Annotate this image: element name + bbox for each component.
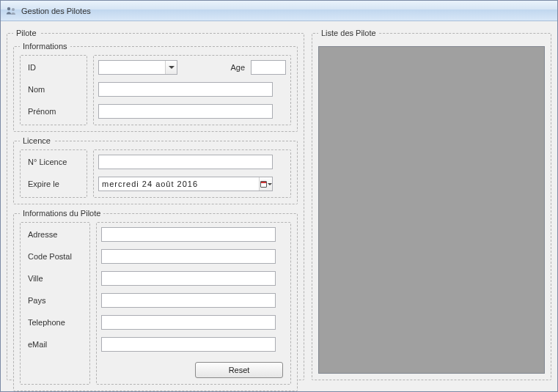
num-licence-input[interactable] bbox=[98, 155, 273, 169]
expire-date-value: mercredi 24 août 2016 bbox=[102, 180, 198, 188]
age-label: Age bbox=[230, 63, 245, 72]
nom-input[interactable] bbox=[98, 82, 273, 97]
ville-input[interactable] bbox=[101, 271, 276, 286]
licence-fields-col: mercredi 24 août 2016 bbox=[93, 149, 291, 198]
age-input[interactable] bbox=[251, 60, 286, 75]
details-group: Informations du Pilote Adresse Code Post… bbox=[13, 209, 298, 391]
reset-button[interactable]: Reset bbox=[195, 362, 283, 378]
informations-group: Informations ID Nom Prénom bbox=[13, 42, 298, 132]
content-area: Pilote Informations ID Nom Prénom bbox=[1, 21, 557, 391]
cp-input[interactable] bbox=[101, 249, 276, 264]
id-label: ID bbox=[23, 60, 84, 75]
app-icon bbox=[5, 5, 17, 17]
cp-label: Code Postal bbox=[23, 249, 87, 264]
calendar-dropdown-icon bbox=[259, 177, 272, 191]
email-label: eMail bbox=[23, 337, 87, 352]
pays-label: Pays bbox=[23, 293, 87, 308]
window-title: Gestion des Pilotes bbox=[21, 7, 91, 15]
details-labels-col: Adresse Code Postal Ville Pays Telephone… bbox=[20, 222, 90, 385]
licence-group: Licence N° Licence Expire le mercredi 24… bbox=[13, 136, 298, 204]
svg-point-1 bbox=[12, 8, 15, 11]
reset-button-label: Reset bbox=[229, 366, 250, 374]
info-labels-col: ID Nom Prénom bbox=[20, 55, 87, 125]
main-window: Gestion des Pilotes Pilote Informations … bbox=[0, 0, 558, 392]
details-fields-col: Reset bbox=[96, 222, 291, 385]
id-combobox[interactable] bbox=[98, 60, 177, 75]
pilots-listview[interactable] bbox=[318, 46, 545, 374]
pilote-group: Pilote Informations ID Nom Prénom bbox=[7, 29, 304, 380]
tel-label: Telephone bbox=[23, 315, 87, 330]
tel-input[interactable] bbox=[101, 315, 276, 330]
info-fields-col: Age bbox=[93, 55, 291, 125]
nom-label: Nom bbox=[23, 82, 84, 97]
prenom-label: Prénom bbox=[23, 104, 84, 119]
expire-datepicker[interactable]: mercredi 24 août 2016 bbox=[98, 177, 273, 191]
prenom-input[interactable] bbox=[98, 104, 273, 119]
expire-label: Expire le bbox=[23, 177, 84, 191]
list-group: Liste des Pilote bbox=[312, 29, 551, 380]
licence-labels-col: N° Licence Expire le bbox=[20, 149, 87, 198]
licence-legend: Licence bbox=[20, 136, 54, 145]
pays-input[interactable] bbox=[101, 293, 276, 308]
adresse-label: Adresse bbox=[23, 227, 87, 242]
details-legend: Informations du Pilote bbox=[20, 209, 103, 218]
ville-label: Ville bbox=[23, 271, 87, 286]
titlebar: Gestion des Pilotes bbox=[1, 1, 557, 21]
svg-point-0 bbox=[7, 7, 10, 10]
chevron-down-icon bbox=[165, 61, 177, 74]
list-legend: Liste des Pilote bbox=[318, 29, 379, 37]
num-licence-label: N° Licence bbox=[23, 155, 84, 169]
adresse-input[interactable] bbox=[101, 227, 276, 242]
pilote-legend: Pilote bbox=[13, 29, 40, 37]
informations-legend: Informations bbox=[20, 42, 70, 51]
email-input[interactable] bbox=[101, 337, 276, 352]
